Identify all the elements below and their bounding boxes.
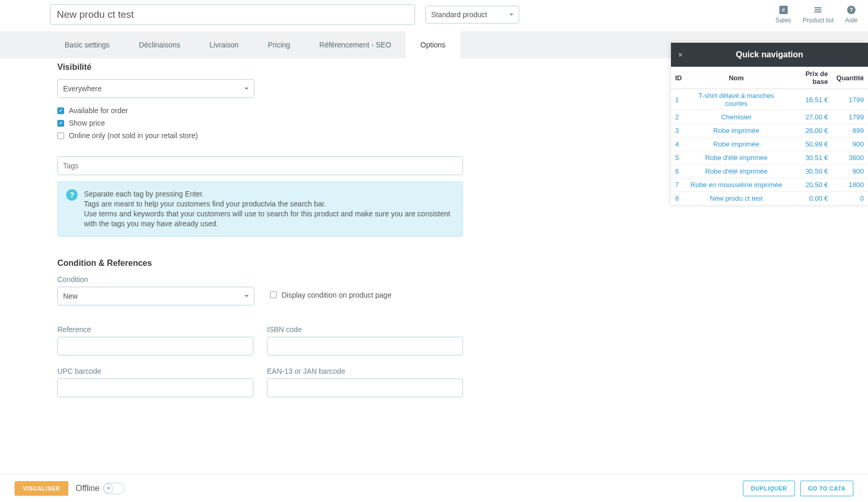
sales-label: Sales — [776, 17, 791, 24]
tags-input[interactable] — [57, 156, 463, 175]
product-list-link[interactable]: Product list — [803, 5, 834, 24]
online-only-label: Online only (not sold in your retail sto… — [69, 131, 198, 140]
tab-basic-settings[interactable]: Basic settings — [50, 31, 124, 58]
col-prix: Prix de base — [787, 67, 832, 89]
table-row[interactable]: 6Robe d'été imprimée30,50 €900 — [671, 165, 868, 178]
sales-link[interactable]: ıl Sales — [776, 5, 791, 24]
info-text: Separate each tag by pressing Enter. Tag… — [84, 189, 454, 229]
reference-input[interactable] — [57, 337, 253, 356]
show-price-label: Show price — [69, 119, 105, 127]
tab-livraison[interactable]: Livraison — [195, 31, 253, 58]
condition-value: New — [63, 292, 78, 300]
product-type-select[interactable]: Standard product — [425, 6, 519, 23]
tags-info-box: ? Separate each tag by pressing Enter. T… — [57, 181, 463, 237]
quicknav-title: Quick navigation — [736, 50, 803, 59]
quicknav-table: ID Nom Prix de base Quantité 1T-shirt dé… — [671, 67, 868, 205]
upc-input[interactable] — [57, 378, 253, 397]
product-name-input[interactable] — [50, 4, 415, 25]
table-row[interactable]: 5Robe d'été imprimée30,51 €3600 — [671, 151, 868, 165]
quick-navigation-panel: × Quick navigation ID Nom Prix de base Q… — [671, 43, 868, 205]
table-row[interactable]: 8New produ ct test0,00 €0 — [671, 192, 868, 205]
info-icon: ? — [66, 189, 78, 201]
condition-label: Condition — [57, 275, 254, 284]
help-link[interactable]: ? Aide — [845, 5, 858, 24]
col-id: ID — [671, 67, 686, 89]
visibility-value: Everywhere — [63, 84, 102, 93]
product-list-label: Product list — [803, 17, 834, 24]
available-for-order-checkbox[interactable] — [57, 107, 64, 114]
online-only-checkbox[interactable] — [57, 132, 64, 139]
available-for-order-label: Available for order — [69, 106, 128, 115]
table-row[interactable]: 3Robe imprimée26,00 €899 — [671, 124, 868, 138]
chevron-down-icon — [244, 88, 249, 90]
help-icon: ? — [847, 6, 855, 14]
visibility-title: Visibilité — [57, 63, 520, 72]
quicknav-header: × Quick navigation — [671, 43, 868, 67]
list-icon — [814, 7, 822, 13]
tab-d-clinaisons[interactable]: Déclinaisons — [124, 31, 194, 58]
table-row[interactable]: 2Chemisier27,00 €1799 — [671, 111, 868, 124]
tab-pricing[interactable]: Pricing — [253, 31, 305, 58]
chevron-down-icon — [509, 14, 514, 16]
product-type-value: Standard product — [431, 10, 487, 19]
display-condition-label: Display condition on product page — [282, 291, 392, 299]
chevron-down-icon — [244, 295, 249, 297]
table-row[interactable]: 1T-shirt délavé à manches courtes16,51 €… — [671, 89, 868, 111]
close-icon[interactable]: × — [678, 51, 682, 59]
condition-select[interactable]: New — [57, 287, 254, 305]
table-row[interactable]: 4Robe imprimée50,99 €900 — [671, 138, 868, 151]
table-row[interactable]: 7Robe en mousseline imprimée20,50 €1800 — [671, 178, 868, 192]
tab-r-f-rencement-seo[interactable]: Référencement - SEO — [305, 31, 406, 58]
show-price-checkbox[interactable] — [57, 120, 64, 127]
ean-input[interactable] — [267, 378, 463, 397]
display-condition-checkbox[interactable] — [270, 291, 277, 298]
bar-chart-icon: ıl — [779, 6, 788, 14]
ean-label: EAN-13 or JAN barcode — [267, 367, 463, 375]
condition-references-title: Condition & References — [57, 259, 520, 268]
visibility-select[interactable]: Everywhere — [57, 79, 254, 98]
tab-options[interactable]: Options — [406, 31, 460, 58]
isbn-label: ISBN code — [267, 325, 463, 334]
col-nom: Nom — [686, 67, 787, 89]
upc-label: UPC barcode — [57, 367, 253, 375]
col-quantite: Quantité — [832, 67, 868, 89]
reference-label: Reference — [57, 325, 253, 334]
isbn-input[interactable] — [267, 337, 463, 356]
help-label: Aide — [845, 17, 858, 24]
